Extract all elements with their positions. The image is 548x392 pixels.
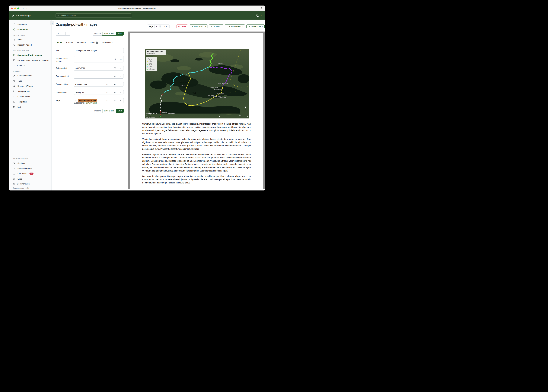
discard-button[interactable]: Discard xyxy=(93,32,102,35)
map-legend-entries: ♣Day 1♣Day 2♣Day 3♣Day 4♣Day 5♣Day 6▲Ent… xyxy=(147,59,156,70)
browser-forward-icon[interactable]: › xyxy=(26,7,27,10)
download-button[interactable]: Download xyxy=(190,25,204,28)
browser-back-icon[interactable]: ‹ xyxy=(23,7,24,10)
sidebar-item-recently-added[interactable]: Recently Added xyxy=(9,42,51,48)
document-type-select[interactable]: Another Type ✕ ▼ xyxy=(74,82,112,87)
global-search[interactable] xyxy=(55,14,132,18)
storage-path-select[interactable]: Testing 12 ✕ ▼ xyxy=(74,90,112,95)
user-menu[interactable]: ▼ xyxy=(256,14,262,17)
minimize-window-button[interactable] xyxy=(14,7,16,9)
correspondent-select[interactable]: ▼ xyxy=(74,74,112,79)
asn-field-row: Archive serial number ▲▼ +1 xyxy=(56,56,124,63)
page-number-field[interactable]: ▲▼ xyxy=(154,25,162,28)
correspondent-filter-button[interactable] xyxy=(118,74,124,79)
date-filter-button[interactable] xyxy=(118,66,124,70)
clear-icon[interactable]: ✕ xyxy=(106,91,108,93)
document-text: Curabitur bibendum ante urna, sed blandi… xyxy=(142,122,251,184)
next-document-button[interactable]: → xyxy=(65,32,70,35)
asn-input[interactable] xyxy=(75,58,114,61)
storage-path-add-button[interactable]: + xyxy=(112,90,118,95)
share-icon[interactable] xyxy=(260,7,263,9)
sidebar-item-document-types[interactable]: Document Types xyxy=(9,84,51,89)
tags-filter-button[interactable] xyxy=(118,98,124,103)
google-earth-logo: Google Earth xyxy=(146,112,157,115)
sidebar-item-custom-fields[interactable]: Custom Fields xyxy=(9,94,51,99)
chevron-down-icon[interactable]: ▼ xyxy=(109,76,110,77)
remove-tag-icon[interactable]: ✕ xyxy=(75,99,77,101)
tab-permissions[interactable]: Permissions xyxy=(102,41,113,45)
chevron-down-icon[interactable]: ▼ xyxy=(109,100,110,101)
sidebar-collapse-button[interactable]: « xyxy=(50,21,54,25)
sidebar-item-inbox[interactable]: Inbox xyxy=(9,37,51,42)
sidebar-item-logs[interactable]: Logs xyxy=(9,176,51,182)
details-form: Title Archive serial number ▲▼ +1 Date c… xyxy=(56,48,124,113)
tab-details[interactable]: Details xyxy=(56,41,62,45)
sidebar-item-templates[interactable]: Templates xyxy=(9,99,51,105)
sidebar-item-documentation[interactable]: Documentation xyxy=(9,182,51,186)
filter-icon xyxy=(120,67,122,69)
sidebar-item-storage-paths[interactable]: Storage Paths xyxy=(9,89,51,94)
title-input[interactable] xyxy=(75,49,122,52)
legend-label: Day 2 xyxy=(149,61,152,62)
file-text-icon xyxy=(13,54,15,56)
sidebar-item-mail[interactable]: Mail xyxy=(9,105,51,110)
tag-chip[interactable]: Another Sample Tag xyxy=(78,99,97,102)
close-document-button[interactable]: ✕ xyxy=(56,32,61,35)
calendar-button[interactable] xyxy=(112,66,118,70)
save-group-top: Discard Save & next Save xyxy=(93,32,124,35)
sidebar-item-close-all[interactable]: Close all xyxy=(9,63,51,68)
share-links-button[interactable]: Share Links ▼ xyxy=(246,25,265,28)
window-title: 2sample-pdf-with-images - Paperless-ngx xyxy=(9,7,265,9)
asn-plus-one-button[interactable]: +1 xyxy=(118,56,124,63)
mail-icon xyxy=(13,106,15,108)
custom-fields-icon xyxy=(226,26,228,28)
sidebar-item-open-doc-2[interactable]: H7_Napoleon_Bonaparte_zadanie xyxy=(9,58,51,63)
save-button[interactable]: Save xyxy=(116,32,124,35)
tab-notes[interactable]: Notes 1 xyxy=(90,41,98,45)
save-and-next-button-bottom[interactable]: Save & next xyxy=(102,109,116,113)
pdf-preview-pane[interactable]: Boundary Waters Trip Six days in BWCA Le… xyxy=(128,32,265,189)
app-brand[interactable]: Paperless-ngx xyxy=(11,11,31,20)
zoom-window-button[interactable] xyxy=(17,7,19,9)
document-type-add-button[interactable]: + xyxy=(112,82,118,87)
document-tabs: Details Content Metadata Notes 1 Permiss… xyxy=(56,41,113,45)
save-button-bottom[interactable]: Save xyxy=(116,109,124,113)
app-window: ‹ › 2sample-pdf-with-images - Paperless-… xyxy=(9,6,265,190)
sidebar-item-file-tasks[interactable]: File Tasks 16 xyxy=(9,171,51,176)
search-input[interactable] xyxy=(60,14,130,17)
close-window-button[interactable] xyxy=(11,7,13,9)
sidebar-item-dashboard[interactable]: Dashboard xyxy=(9,22,51,27)
suggestion-link[interactable]: TagWithPartial xyxy=(85,102,97,104)
app-brand-label: Paperless-ngx xyxy=(16,14,31,17)
custom-fields-button[interactable]: Custom Fields ▼ xyxy=(225,25,245,28)
clear-icon[interactable]: ✕ xyxy=(106,83,108,85)
save-and-next-button[interactable]: Save & next xyxy=(102,32,116,35)
date-created-input[interactable] xyxy=(75,67,110,70)
page-number-input[interactable] xyxy=(156,25,159,28)
download-menu-caret[interactable]: ▼ xyxy=(204,25,208,28)
actions-button[interactable]: ⋯ Actions ▼ xyxy=(209,25,223,28)
previous-document-button[interactable]: ← xyxy=(61,32,65,35)
sidebar-item-open-doc-1[interactable]: 2sample-pdf-with-images xyxy=(9,52,51,58)
clear-icon[interactable]: ✕ xyxy=(106,99,108,101)
desktop-background: ‹ › 2sample-pdf-with-images - Paperless-… xyxy=(0,0,274,196)
sidebar-item-correspondents[interactable]: Correspondents xyxy=(9,73,51,78)
sidebar-item-users-groups[interactable]: Users & Groups xyxy=(9,166,51,171)
sidebar-item-settings[interactable]: Settings xyxy=(9,161,51,166)
sidebar-item-tags[interactable]: Tags xyxy=(9,78,51,84)
chevron-down-icon[interactable]: ▼ xyxy=(109,92,110,93)
asn-stepper[interactable]: ▲▼ xyxy=(115,58,116,60)
delete-button[interactable]: Delete xyxy=(176,25,188,28)
sidebar-item-documents[interactable]: Documents xyxy=(9,27,51,32)
tab-metadata[interactable]: Metadata xyxy=(77,41,86,45)
storage-path-filter-button[interactable] xyxy=(118,90,124,95)
chevron-down-icon[interactable]: ▼ xyxy=(109,84,110,85)
document-type-filter-button[interactable] xyxy=(118,82,124,87)
discard-button-bottom[interactable]: Discard xyxy=(93,109,102,113)
asn-label: Archive serial number xyxy=(56,56,74,63)
tags-add-button[interactable]: + xyxy=(112,98,118,103)
correspondent-add-button[interactable]: + xyxy=(112,74,118,79)
page-stepper[interactable]: ▲▼ xyxy=(159,25,161,27)
template-file-icon xyxy=(13,101,15,103)
tab-content[interactable]: Content xyxy=(66,41,73,45)
